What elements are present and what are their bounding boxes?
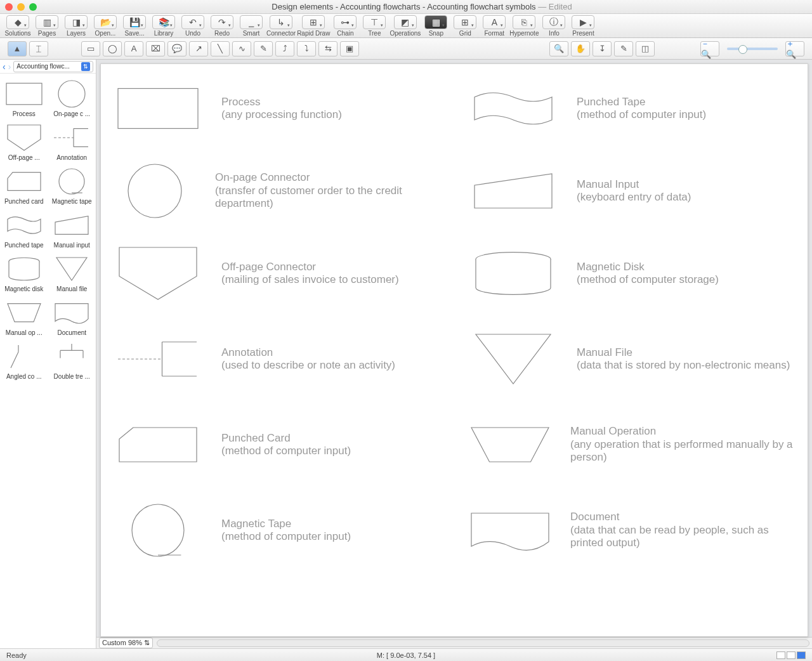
connect1-tool[interactable]: ⤴ — [275, 41, 294, 56]
connect2-tool[interactable]: ⤵ — [297, 41, 316, 56]
shelf-selector[interactable]: Accounting flowc... ⇅ — [13, 61, 93, 72]
zoom-out-button[interactable]: －🔍 — [700, 41, 719, 56]
stencil-mdisk[interactable]: Magnetic disk — [1, 252, 47, 292]
line-tool[interactable]: ╲ — [211, 41, 230, 56]
group-tool[interactable]: ▣ — [340, 41, 359, 56]
operations-button[interactable]: ◩▾Operations — [390, 15, 421, 37]
stencil-annot[interactable]: Annotation — [49, 121, 95, 161]
zoom-in-button[interactable]: ＋🔍 — [785, 41, 804, 56]
solutions-button[interactable]: ◆▾Solutions — [4, 15, 32, 37]
A-tool[interactable]: A — [124, 41, 143, 56]
view-mode-1[interactable] — [776, 651, 785, 659]
layers-button[interactable]: ◨▾Layers — [62, 15, 90, 37]
canvas-mtape[interactable]: Magnetic Tape(method of computer input) — [114, 502, 443, 559]
ellipse-tool[interactable]: ◯ — [103, 41, 122, 56]
stencil-rect[interactable]: Process — [1, 77, 47, 117]
svg-point-13 — [128, 164, 181, 218]
svg-point-3 — [59, 169, 84, 194]
window-title: Design elements - Accounting flowcharts … — [37, 2, 807, 11]
horizontal-scrollbar[interactable] — [157, 639, 809, 647]
stencil-dtree[interactable]: Double tre ... — [49, 340, 95, 380]
library-button[interactable]: 📚▾Library — [150, 15, 178, 37]
canvas-circle[interactable]: On-page Connector(transfer of customer o… — [114, 162, 443, 219]
arrow-tool[interactable]: ↗ — [189, 41, 208, 56]
svg-rect-12 — [118, 89, 198, 129]
callout-tool[interactable]: 💬 — [167, 41, 187, 56]
svg-line-7 — [11, 352, 18, 368]
title-bar: Design elements - Accounting flowcharts … — [0, 0, 812, 14]
canvas-pcard[interactable]: Punched Card(method of computer input) — [114, 416, 443, 473]
rect-tool[interactable]: ▭ — [81, 41, 100, 56]
stencil-doc[interactable]: Document — [49, 296, 95, 336]
grid-button[interactable]: ⊞▾Grid — [451, 15, 479, 37]
chain-button[interactable]: ⊶▾Chain — [331, 15, 359, 37]
smart-button[interactable]: ⎯▾Smart — [237, 15, 265, 37]
stencil-mop[interactable]: Manual op ... — [1, 296, 47, 336]
open--button[interactable]: 📂▾Open... — [91, 15, 119, 37]
shelf-back-button[interactable]: ‹ — [3, 62, 6, 72]
snap-button[interactable]: ▦▾Snap — [422, 15, 450, 37]
svg-point-16 — [132, 504, 184, 556]
stencil-pcard[interactable]: Punched card — [1, 165, 47, 205]
svg-rect-0 — [6, 83, 42, 105]
tree-button[interactable]: ⊤▾Tree — [360, 15, 388, 37]
pages-button[interactable]: ▥▾Pages — [33, 15, 61, 37]
save--button[interactable]: 💾▾Save... — [121, 15, 148, 37]
stencil-offpage[interactable]: Off-page ... — [1, 121, 47, 161]
zoom-slider[interactable] — [727, 48, 778, 50]
zoom-select[interactable]: Custom 98% ⇅ — [99, 638, 153, 648]
minimize-icon[interactable] — [17, 3, 25, 11]
shape-toolbar: ▲ ⌶ ▭◯A⌧💬↗╲∿✎⤴⤵⇆▣ 🔍✋↧✎◫ －🔍 ＋🔍 — [0, 38, 812, 60]
hypernote-button[interactable]: ⎘▾Hypernote — [509, 15, 539, 37]
view-mode-2[interactable] — [787, 651, 796, 659]
rapid-draw-button[interactable]: ⊞▾Rapid Draw — [297, 15, 330, 37]
hand-tool[interactable]: ✋ — [571, 41, 590, 56]
stencil-minput[interactable]: Manual input — [49, 209, 95, 249]
stencil-sidebar: ‹ › Accounting flowc... ⇅ ProcessOn-page… — [0, 60, 96, 648]
canvas-annot[interactable]: Annotation(used to describe or note an a… — [114, 330, 443, 388]
curve-tool[interactable]: ∿ — [232, 41, 251, 56]
stencil-mtape[interactable]: Magnetic tape — [49, 165, 95, 205]
connect3-tool[interactable]: ⇆ — [318, 41, 337, 56]
fullscreen-icon[interactable] — [29, 3, 37, 11]
text-cursor-tool[interactable]: ⌶ — [29, 41, 48, 56]
textbox-tool[interactable]: ⌧ — [146, 41, 165, 56]
shelf-forward-button[interactable]: › — [8, 62, 11, 72]
close-icon[interactable] — [5, 3, 13, 11]
canvas-mfile[interactable]: Manual File(data that is stored by non-e… — [469, 330, 799, 388]
info-button[interactable]: ⓘ▾Info — [540, 15, 568, 37]
canvas-mdisk[interactable]: Magnetic Disk(method of computer storage… — [469, 245, 799, 302]
erase-tool[interactable]: ◫ — [636, 41, 655, 56]
view-mode-3[interactable] — [797, 651, 806, 659]
redo-button[interactable]: ↷▾Redo — [208, 15, 236, 37]
stencil-angled[interactable]: Angled co ... — [1, 340, 47, 380]
svg-point-1 — [58, 81, 85, 107]
present-button[interactable]: ▶▾Present — [569, 15, 597, 37]
canvas[interactable]: Process(any processing function)Punched … — [100, 63, 808, 637]
pen-tool[interactable]: ✎ — [254, 41, 273, 56]
canvas-offpage[interactable]: Off-page Connector(mailing of sales invo… — [114, 245, 443, 302]
format-button[interactable]: A▾Format — [480, 15, 508, 37]
status-coords: M: [ 9.0e-03, 7.54 ] — [377, 651, 435, 659]
pointer-tool[interactable]: ▲ — [8, 41, 27, 56]
canvas-doc[interactable]: Document(data that can be read by people… — [469, 502, 799, 559]
eyedrop-tool[interactable]: ✎ — [614, 41, 633, 56]
canvas-mop[interactable]: Manual Operation(any operation that is p… — [469, 416, 799, 473]
align-tool[interactable]: ↧ — [593, 41, 612, 56]
status-bar: Ready M: [ 9.0e-03, 7.54 ] — [0, 648, 812, 661]
canvas-rect[interactable]: Process(any processing function) — [114, 80, 443, 137]
stencil-mfile[interactable]: Manual file — [49, 252, 95, 292]
stencil-circle[interactable]: On-page c ... — [49, 77, 95, 117]
canvas-ptape[interactable]: Punched Tape(method of computer input) — [469, 80, 799, 137]
stencil-ptape[interactable]: Punched tape — [1, 209, 47, 249]
zoom-tool[interactable]: 🔍 — [549, 41, 568, 56]
main-toolbar: ◆▾Solutions▥▾Pages◨▾Layers📂▾Open...💾▾Sav… — [0, 14, 812, 38]
undo-button[interactable]: ↶▾Undo — [179, 15, 207, 37]
connector-button[interactable]: ↳▾Connector — [266, 15, 296, 37]
canvas-minput[interactable]: Manual Input(keyboard entry of data) — [469, 162, 799, 219]
status-ready: Ready — [6, 651, 27, 659]
